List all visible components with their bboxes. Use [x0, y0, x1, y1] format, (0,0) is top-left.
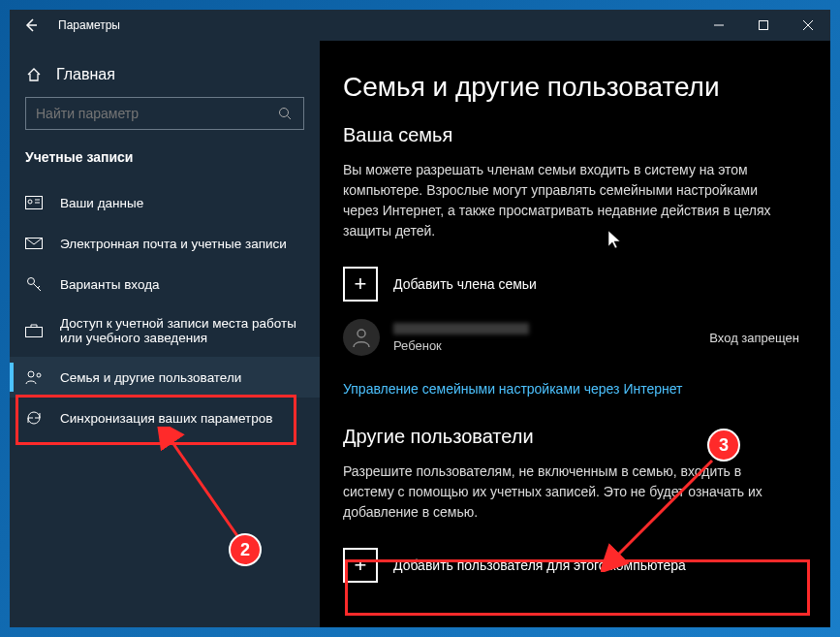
sync-icon — [25, 409, 43, 427]
nav-work-school[interactable]: Доступ к учетной записи места работы или… — [10, 304, 320, 357]
step-badge-3: 3 — [707, 429, 740, 462]
family-description: Вы можете разрешать членам семьи входить… — [343, 160, 789, 241]
svg-line-13 — [38, 286, 40, 288]
svg-point-11 — [28, 278, 35, 285]
svg-point-17 — [358, 330, 365, 337]
svg-point-7 — [28, 200, 32, 204]
nav-label: Синхронизация ваших параметров — [60, 411, 273, 426]
add-family-member[interactable]: + Добавить члена семьи — [343, 259, 799, 309]
minimize-button[interactable] — [697, 10, 741, 41]
plus-icon: + — [343, 267, 378, 302]
other-users-description: Разрешите пользователям, не включенным в… — [343, 462, 789, 523]
key-icon — [25, 275, 43, 293]
svg-point-15 — [28, 371, 34, 377]
nav-signin-options[interactable]: Варианты входа — [10, 264, 320, 304]
home-label: Главная — [56, 66, 115, 83]
add-family-label: Добавить члена семьи — [393, 276, 537, 292]
category-heading: Учетные записи — [10, 149, 320, 182]
maximize-icon — [759, 20, 768, 30]
step-badge-2: 2 — [229, 533, 262, 566]
people-icon — [25, 368, 43, 386]
mail-icon — [25, 235, 43, 252]
plus-icon: + — [343, 548, 378, 583]
avatar — [343, 319, 380, 356]
nav-label: Доступ к учетной записи места работы или… — [60, 316, 304, 345]
nav-family-users[interactable]: Семья и другие пользователи — [10, 357, 320, 398]
add-other-user[interactable]: + Добавить пользователя для этого компью… — [343, 540, 799, 590]
search-box[interactable] — [25, 97, 304, 130]
nav-label: Ваши данные — [60, 196, 143, 210]
minimize-icon — [714, 20, 724, 30]
home-icon — [25, 66, 43, 83]
search-icon — [276, 105, 294, 122]
nav-label: Электронная почта и учетные записи — [60, 237, 287, 251]
svg-line-12 — [34, 284, 42, 292]
nav-label: Варианты входа — [60, 277, 160, 292]
window-title: Параметры — [52, 18, 697, 32]
family-member-row[interactable]: Ребенок Вход запрещен — [343, 309, 799, 364]
svg-point-16 — [37, 373, 41, 377]
page-heading: Семья и другие пользователи — [343, 72, 799, 103]
manage-family-link[interactable]: Управление семейными настройками через И… — [343, 381, 682, 397]
member-name-redacted — [393, 323, 529, 334]
member-role: Ребенок — [393, 338, 696, 353]
nav-label: Семья и другие пользователи — [60, 370, 241, 385]
member-status: Вход запрещен — [709, 331, 799, 345]
briefcase-icon — [25, 322, 43, 339]
add-other-label: Добавить пользователя для этого компьюте… — [393, 557, 686, 573]
maximize-button[interactable] — [741, 10, 786, 41]
svg-rect-1 — [760, 21, 768, 30]
main-content: Семья и другие пользователи Ваша семья В… — [320, 41, 830, 627]
close-icon — [803, 20, 813, 30]
svg-line-5 — [288, 116, 292, 120]
nav-email-accounts[interactable]: Электронная почта и учетные записи — [10, 223, 320, 264]
nav-sync[interactable]: Синхронизация ваших параметров — [10, 398, 320, 438]
home-nav[interactable]: Главная — [10, 58, 320, 97]
back-button[interactable] — [10, 10, 52, 41]
svg-rect-14 — [26, 328, 43, 337]
id-card-icon — [25, 194, 43, 211]
nav-your-info[interactable]: Ваши данные — [10, 182, 320, 223]
sidebar: Главная Учетные записи Ваши данные Элект… — [10, 41, 320, 627]
close-button[interactable] — [786, 10, 830, 41]
family-heading: Ваша семья — [343, 124, 799, 146]
search-input[interactable] — [36, 106, 276, 121]
back-arrow-icon — [23, 17, 39, 33]
titlebar: Параметры — [10, 10, 830, 41]
settings-window: Параметры Главная Учетные записи Ваши да… — [10, 10, 830, 627]
svg-point-4 — [280, 109, 289, 117]
